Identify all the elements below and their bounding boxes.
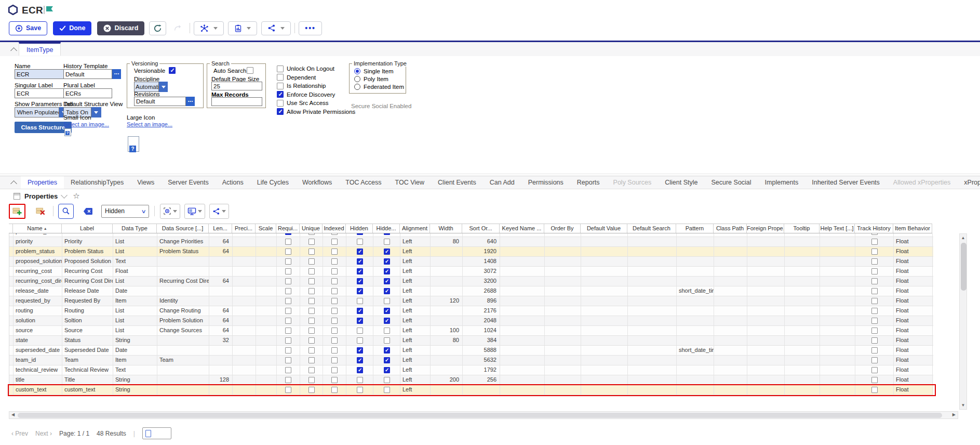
unique-checkbox[interactable] [308,367,315,373]
required-checkbox[interactable] [285,318,291,324]
hidden2-checkbox[interactable] [384,387,390,393]
column-header-item_behavior[interactable]: Item Behavior [893,224,932,233]
track_history-checkbox[interactable] [871,308,878,314]
indexed-checkbox[interactable] [331,377,338,383]
tab-life-cycles[interactable]: Life Cycles [250,176,296,189]
track_history-checkbox[interactable] [871,357,878,363]
required-checkbox[interactable] [285,248,291,255]
indexed-checkbox[interactable] [331,298,338,304]
column-header-alignment[interactable]: Alignment [400,224,430,233]
large-icon-select-link[interactable]: Select an image... [127,121,172,127]
plural-label-field[interactable] [63,88,112,98]
show-parameters-tab-select[interactable]: When Populated [15,107,59,117]
chevron-down-icon[interactable] [61,192,68,199]
column-header-order_by[interactable]: Order By [544,224,581,233]
unique-checkbox[interactable] [308,278,315,284]
vertical-scroll-thumb[interactable] [961,243,966,291]
grid-row-custom-text[interactable]: custom_textcustom_textStringLeftFloat [9,385,933,395]
hidden-checkbox[interactable] [357,248,363,255]
column-header-len[interactable]: Len... [209,224,232,233]
track_history-checkbox[interactable] [871,377,878,383]
grid-row-technical-review[interactable]: technical_reviewTechnical ReviewTextLeft… [9,365,933,375]
indexed-checkbox[interactable] [331,387,338,393]
tab-actions[interactable]: Actions [216,176,250,189]
indexed-checkbox[interactable] [331,367,338,373]
grid-row-title[interactable]: titleTitleString128Left200256Float [9,375,933,385]
search-button[interactable] [58,204,74,219]
required-checkbox[interactable] [285,337,291,344]
grid-row-state[interactable]: stateStatusString32Left80384Float [9,336,933,346]
hidden2-checkbox[interactable] [384,233,390,235]
grid-row-release-date[interactable]: release_dateRelease DateDateLeft2688shor… [9,286,933,296]
is-relationship-checkbox[interactable] [277,83,284,89]
tab-toc-view[interactable]: TOC View [388,176,432,189]
column-header-precision[interactable]: Preci... [232,224,256,233]
discipline-dropdown-button[interactable] [159,82,168,92]
required-checkbox[interactable] [285,308,291,314]
grid-row-routing[interactable]: routingRoutingListChange Routing64Left21… [9,306,933,316]
hidden2-checkbox[interactable] [384,377,390,383]
prev-page-button[interactable]: ‹ Prev [11,430,28,437]
hidden2-checkbox[interactable] [384,308,390,314]
revisions-field[interactable] [134,97,186,106]
column-header-width[interactable]: Width [430,224,462,233]
unlock-on-logout-checkbox[interactable] [277,66,284,72]
flag-icon[interactable] [43,5,54,15]
hidden-checkbox[interactable] [357,318,363,324]
discard-button[interactable]: Discard [97,21,144,35]
display-dropdown[interactable] [184,204,205,219]
singular-label-field[interactable] [15,88,69,98]
grid-row-team-id[interactable]: team_idTeamItemTeamLeft5632Float [9,356,933,365]
more-actions-button[interactable]: ••• [299,21,322,35]
use-src-access-checkbox[interactable] [277,100,284,107]
auto-search-checkbox[interactable] [247,67,253,74]
hidden-checkbox[interactable] [357,308,363,314]
grid-row-permission-id[interactable]: permission_idItemPermissionLeftFloat [9,233,933,237]
required-checkbox[interactable] [285,268,291,274]
required-checkbox[interactable] [285,298,291,304]
hidden2-checkbox[interactable] [384,318,390,324]
vertical-scrollbar[interactable]: ▲ ▼ [959,233,967,410]
small-icon-select-link[interactable]: Select an image... [63,121,109,127]
single-item-radio[interactable] [354,68,360,74]
max-records-field[interactable] [211,97,262,106]
column-header-label[interactable]: Label [62,224,113,233]
share-dropdown[interactable] [261,21,291,35]
hidden-checkbox[interactable] [357,268,363,274]
clear-search-button[interactable] [80,204,96,219]
allow-private-permissions-checkbox[interactable] [277,108,284,115]
track_history-checkbox[interactable] [871,298,878,304]
required-checkbox[interactable] [285,328,291,334]
unique-checkbox[interactable] [308,233,315,235]
hidden2-checkbox[interactable] [384,328,390,334]
grid-row-problem-status[interactable]: problem_statusProblem StatusListProblem … [9,247,933,257]
enforce-discovery-checkbox[interactable] [277,91,284,98]
hidden2-checkbox[interactable] [384,298,390,304]
unique-checkbox[interactable] [308,248,315,255]
scroll-up-arrow[interactable]: ▲ [960,235,966,240]
column-header-name[interactable]: Name▲ [13,224,62,233]
versionable-checkbox[interactable] [169,67,176,74]
share-grid-dropdown[interactable] [209,204,229,219]
tab-views[interactable]: Views [130,176,161,189]
tab-secure-social[interactable]: Secure Social [704,176,758,189]
column-header-default_value[interactable]: Default Value [581,224,627,233]
unique-checkbox[interactable] [308,328,315,334]
hidden2-checkbox[interactable] [384,367,390,373]
favorite-star-icon[interactable]: ☆ [73,191,79,201]
column-header-hidden[interactable]: Hidden [346,224,373,233]
unique-checkbox[interactable] [308,268,315,274]
column-header-class_path[interactable]: Class Path [714,224,747,233]
revisions-browse-button[interactable]: ... [186,97,195,106]
column-header-required[interactable]: Requi... [276,224,300,233]
column-header-tooltip[interactable]: Tooltip [784,224,820,233]
column-header-unique[interactable]: Unique [300,224,323,233]
unique-checkbox[interactable] [308,258,315,265]
collapse-panel-icon[interactable] [10,180,17,187]
hidden2-checkbox[interactable] [384,258,390,265]
hidden2-checkbox[interactable] [384,357,390,363]
tab-xproperties[interactable]: xProperties [957,176,980,189]
large-icon-placeholder[interactable]: ? [128,136,139,152]
grid-row-priority[interactable]: priorityPriorityListChange Priorities64L… [9,237,933,247]
track_history-checkbox[interactable] [871,248,878,255]
